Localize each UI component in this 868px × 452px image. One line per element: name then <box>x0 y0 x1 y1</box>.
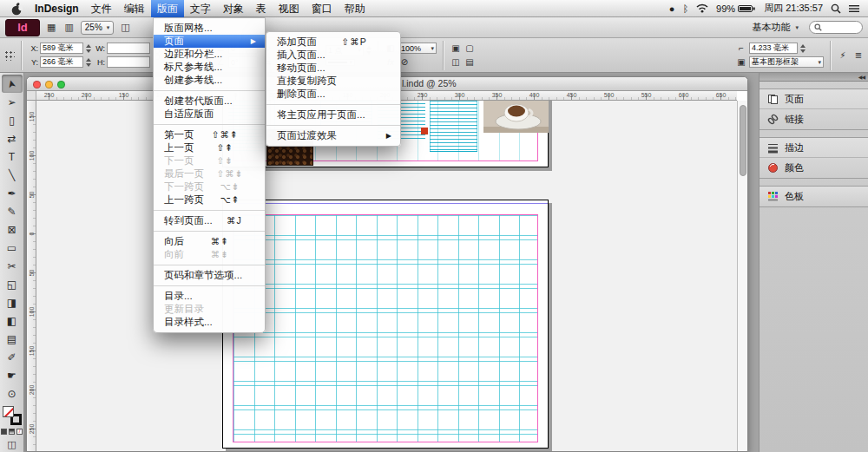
menu-item[interactable]: 版面网格... <box>154 22 265 35</box>
ruler-origin-box[interactable] <box>27 91 36 101</box>
vertical-scrollbar[interactable] <box>737 101 747 451</box>
apple-menu[interactable] <box>5 0 29 17</box>
note-tool[interactable]: ▤ <box>2 330 23 348</box>
menu-item[interactable]: 转到页面... ⌘J <box>154 214 265 227</box>
opacity-dropdown[interactable]: 100% ▾ <box>398 43 437 54</box>
zoom-level-dropdown[interactable]: 25% ▾ <box>81 21 115 35</box>
fill-swatch[interactable] <box>3 406 14 417</box>
width-field[interactable] <box>107 43 150 54</box>
menubar-clock[interactable]: 周四 21:35:57 <box>764 2 823 15</box>
wifi-icon[interactable] <box>696 3 708 13</box>
menu-item[interactable]: 页面 ▶ <box>154 35 265 48</box>
view-grid-icon[interactable]: ▦ <box>45 22 57 33</box>
menu-item[interactable]: 添加页面 ⇧⌘P <box>266 36 400 49</box>
free-transform-tool[interactable]: ◱ <box>2 275 23 293</box>
menubar-item[interactable]: 表 <box>250 0 273 17</box>
rectangle-tool[interactable]: ▭ <box>2 239 23 257</box>
menu-item[interactable]: 页码和章节选项... <box>154 269 265 282</box>
color-panel-button[interactable]: 颜色 <box>760 158 868 178</box>
menu-item[interactable]: 删除页面... <box>266 88 400 101</box>
pen-tool[interactable]: ✒ <box>2 184 23 202</box>
line-tool[interactable]: ╲ <box>2 166 23 184</box>
gap-tool[interactable]: ⇄ <box>2 129 23 147</box>
menu-item[interactable]: 页面过渡效果 ▶ <box>266 129 400 142</box>
menubar-item[interactable]: 文字 <box>184 0 217 17</box>
menu-item[interactable]: 移动页面... <box>266 62 400 75</box>
close-button[interactable] <box>33 81 41 88</box>
menu-item[interactable]: 最后一页 ⇧⌘⇟ <box>154 167 265 180</box>
menubar-item[interactable]: 窗口 <box>306 0 339 17</box>
menubar-item[interactable]: 文件 <box>85 0 118 17</box>
corner-radius-stepper[interactable] <box>800 44 806 53</box>
rectangle-frame-tool[interactable]: ⊠ <box>2 220 23 239</box>
page-tool[interactable]: ▯ <box>2 111 23 129</box>
hand-tool[interactable]: ☛ <box>2 366 23 384</box>
menubar-item[interactable]: 对象 <box>217 0 250 17</box>
eyedropper-tool[interactable]: ✐ <box>2 348 23 366</box>
object-style-dropdown[interactable]: 基本图形框架 ▾ <box>749 56 824 68</box>
search-box[interactable] <box>809 21 863 34</box>
x-stepper[interactable] <box>86 44 91 53</box>
menubar-item[interactable]: 编辑 <box>118 0 151 17</box>
red-graphic-element[interactable] <box>421 128 428 134</box>
battery-indicator[interactable]: 99% <box>716 3 756 14</box>
scissors-tool[interactable]: ✂ <box>2 257 23 275</box>
menu-item[interactable]: 向前 ⌘⇟ <box>154 248 265 261</box>
bluetooth-icon[interactable]: ᛒ <box>682 3 688 14</box>
minimize-button[interactable] <box>45 81 53 88</box>
swatches-panel-button[interactable]: 色板 <box>760 187 868 206</box>
panel-menu-button[interactable]: ≣ <box>852 49 865 61</box>
wrap-none-button[interactable]: ▣ <box>450 43 462 54</box>
pencil-tool[interactable]: ✎ <box>2 202 23 220</box>
pages-panel-button[interactable]: 页面 <box>760 89 868 109</box>
wrap-jump-button[interactable]: ▤ <box>464 56 476 68</box>
type-tool[interactable]: T <box>2 147 23 166</box>
menu-item[interactable]: 下一跨页 ⌥⇟ <box>154 180 265 193</box>
zoom-tool[interactable]: ⊙ <box>2 384 23 403</box>
gradient-tool[interactable]: ◨ <box>2 293 23 311</box>
direct-selection-tool[interactable]: ➢ <box>2 93 23 111</box>
menubar-item[interactable]: 视图 <box>273 0 306 17</box>
menu-item[interactable]: 将主页应用于页面... <box>266 108 400 121</box>
selection-tool[interactable]: ➤ <box>2 75 23 93</box>
menu-item[interactable]: 直接复制跨页 <box>266 75 400 88</box>
menu-item[interactable]: 创建参考线... <box>154 74 265 87</box>
apply-none-button[interactable]: / <box>16 429 23 435</box>
notification-center-icon[interactable] <box>849 4 859 13</box>
menu-item[interactable]: 标尺参考线... <box>154 61 265 74</box>
workspace-switcher[interactable]: 基本功能 ▾ <box>746 20 804 35</box>
links-panel-button[interactable]: 链接 <box>760 109 868 129</box>
apply-color-button[interactable] <box>1 429 7 435</box>
menu-extra-icon[interactable]: ● <box>669 3 675 14</box>
menu-item[interactable]: 目录... <box>154 290 265 303</box>
menu-item[interactable]: 自适应版面 <box>154 108 265 121</box>
view-guides-icon[interactable]: ▥ <box>62 22 75 33</box>
spread-page-bottom[interactable] <box>222 200 549 449</box>
scrollbar-thumb[interactable] <box>740 105 746 176</box>
menubar-item[interactable]: 帮助 <box>339 0 372 17</box>
menu-item[interactable]: 更新目录 <box>154 303 265 316</box>
ruler-guide-purple[interactable] <box>223 203 548 204</box>
menu-item[interactable]: 目录样式... <box>154 316 265 329</box>
text-frame[interactable] <box>430 101 477 152</box>
menubar-app-name[interactable]: InDesign <box>29 0 85 17</box>
pasteboard[interactable] <box>36 101 737 451</box>
coffee-cup-image[interactable] <box>483 101 549 133</box>
corner-radius-field[interactable] <box>749 43 798 54</box>
search-input[interactable] <box>825 23 858 32</box>
menu-item[interactable]: 向后 ⌘⇞ <box>154 235 265 248</box>
reference-point-proxy[interactable] <box>3 49 15 61</box>
vertical-ruler[interactable]: 15010050050100150200250 <box>27 101 36 451</box>
dock-header[interactable]: ◀◀ <box>760 73 868 82</box>
menu-item[interactable]: 上一跨页 ⌥⇞ <box>154 193 265 206</box>
x-position-field[interactable] <box>40 43 83 54</box>
menu-item[interactable]: 下一页 ⇧⇟ <box>154 154 265 167</box>
screen-mode-button[interactable]: ◫ <box>7 439 16 450</box>
menu-item[interactable]: 上一页 ⇧⇞ <box>154 141 265 154</box>
gradient-feather-tool[interactable]: ◧ <box>2 311 23 330</box>
quick-apply-button[interactable]: ⚡ <box>837 49 849 61</box>
stroke-panel-button[interactable]: 描边 <box>760 138 868 158</box>
screen-mode-icon[interactable]: ◫ <box>119 22 131 33</box>
menubar-item[interactable]: 版面 <box>151 0 184 17</box>
menu-item[interactable]: 插入页面... <box>266 49 400 62</box>
